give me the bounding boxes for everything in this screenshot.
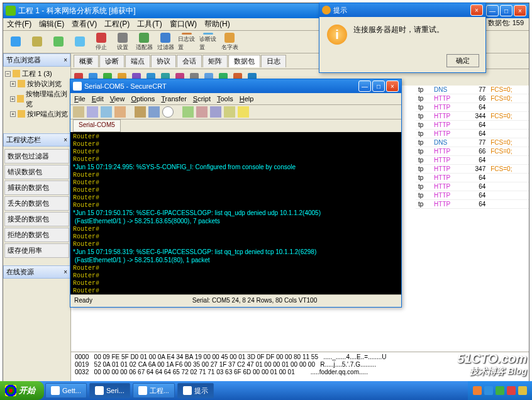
toolbar-button[interactable]: 设置 bbox=[114, 33, 131, 52]
help-icon[interactable] bbox=[238, 106, 249, 118]
menu-item[interactable]: 帮助(H) bbox=[204, 19, 230, 30]
toolbar-button[interactable] bbox=[7, 33, 25, 52]
tree-item[interactable]: +按协议浏览 bbox=[5, 79, 69, 89]
close-icon[interactable]: × bbox=[64, 57, 67, 64]
node-browser-header[interactable]: 节点浏览器 × bbox=[3, 53, 70, 67]
toolbar-button[interactable] bbox=[50, 33, 67, 52]
stat-item[interactable]: 拒绝的数据包 bbox=[4, 228, 69, 242]
minimize-button[interactable]: — bbox=[358, 81, 371, 92]
taskbar-item[interactable]: 提示 bbox=[177, 383, 214, 398]
stat-item[interactable]: 丢失的数据包 bbox=[4, 196, 69, 211]
menu-item[interactable]: 窗口(W) bbox=[170, 19, 197, 30]
tray-icon[interactable] bbox=[507, 386, 516, 395]
close-icon[interactable]: × bbox=[64, 269, 67, 275]
close-button[interactable]: × bbox=[386, 81, 399, 92]
toolbar-button[interactable]: 名字表 bbox=[221, 33, 238, 52]
table-row[interactable]: tpHTTP344FCS=0; bbox=[416, 112, 529, 121]
table-row[interactable]: tpHTTP64 bbox=[416, 130, 529, 138]
terminal[interactable]: Router# Router# Router# Router# *Jun 15 … bbox=[70, 132, 401, 294]
start-button[interactable]: 开始 bbox=[0, 381, 44, 400]
toolbar-icon[interactable] bbox=[87, 106, 98, 118]
maximize-button[interactable]: □ bbox=[500, 5, 513, 16]
crt-titlebar[interactable]: Serial-COM5 - SecureCRT — □ × bbox=[70, 79, 401, 93]
menu-item[interactable]: View bbox=[110, 95, 125, 103]
stat-item[interactable]: 接受的数据包 bbox=[4, 212, 69, 226]
tray-icon[interactable] bbox=[496, 386, 504, 395]
search-icon[interactable] bbox=[162, 106, 174, 118]
table-row[interactable]: tpHTTP64 bbox=[416, 191, 529, 200]
toolbar-icon[interactable] bbox=[224, 106, 235, 118]
tab[interactable]: 端点 bbox=[125, 55, 150, 67]
menu-item[interactable]: Script bbox=[193, 95, 211, 103]
toolbar-button[interactable]: 日志设置 bbox=[178, 33, 196, 52]
menu-item[interactable]: Help bbox=[240, 95, 254, 103]
table-row[interactable]: tpHTTP64 bbox=[416, 103, 529, 112]
online-header[interactable]: 在线资源 × bbox=[3, 265, 70, 279]
tab[interactable]: 数据包 bbox=[228, 55, 260, 67]
taskbar-item[interactable]: Seri... bbox=[89, 383, 130, 398]
toolbar-icon[interactable] bbox=[114, 106, 126, 118]
toolbar-icon[interactable] bbox=[73, 106, 84, 118]
node-tree[interactable]: −工程 1 (3)+按协议浏览+按物理端点浏览+按IP端点浏览 bbox=[3, 67, 70, 121]
close-button[interactable]: × bbox=[514, 5, 526, 16]
menu-item[interactable]: Tools bbox=[217, 95, 233, 103]
toolbar-button[interactable] bbox=[71, 33, 89, 52]
menu-item[interactable]: Transfer bbox=[161, 95, 187, 103]
crt-tab[interactable]: Serial-COM5 bbox=[73, 119, 121, 132]
dialog-prompt[interactable]: 提示 × i 连接服务器超时，请重试。 确定 bbox=[319, 3, 486, 73]
toolbar-icon[interactable] bbox=[210, 106, 221, 118]
tree-item[interactable]: +按IP端点浏览 bbox=[5, 109, 69, 119]
tree-item[interactable]: +按物理端点浏览 bbox=[5, 89, 69, 109]
table-row[interactable]: tpHTTP64 bbox=[416, 121, 529, 130]
tab[interactable]: 协议 bbox=[151, 55, 176, 67]
tray-icon[interactable] bbox=[484, 386, 493, 395]
table-row[interactable]: tpHTTP66FCS=0; bbox=[416, 147, 529, 156]
table-row[interactable]: tpHTTP66FCS=0; bbox=[416, 94, 529, 103]
toolbar-icon[interactable] bbox=[135, 106, 146, 118]
toolbar-button[interactable]: 停止 bbox=[92, 33, 110, 52]
menu-item[interactable]: 编辑(E) bbox=[39, 19, 64, 30]
menu-item[interactable]: Options bbox=[131, 95, 155, 103]
table-row[interactable]: tpDNS77FCS=0; bbox=[416, 138, 529, 147]
close-button[interactable]: × bbox=[470, 4, 483, 16]
tab[interactable]: 矩阵 bbox=[202, 55, 228, 67]
tree-item[interactable]: −工程 1 (3) bbox=[5, 69, 69, 79]
toolbar-icon[interactable] bbox=[182, 106, 194, 118]
taskbar-item[interactable]: Gett... bbox=[45, 383, 87, 398]
minimize-button[interactable]: — bbox=[486, 5, 499, 16]
menu-item[interactable]: 工具(T) bbox=[137, 19, 162, 30]
toolbar-button[interactable]: 适配器 bbox=[135, 33, 153, 52]
toolbar-icon[interactable] bbox=[101, 106, 112, 118]
dialog-titlebar[interactable]: 提示 × bbox=[319, 3, 485, 17]
table-row[interactable]: tpHTTP347FCS=0; bbox=[416, 165, 529, 174]
menu-item[interactable]: 文件(F) bbox=[7, 19, 31, 30]
stat-item[interactable]: 缓存使用率 bbox=[4, 243, 69, 258]
menu-item[interactable]: File bbox=[74, 95, 86, 103]
system-tray[interactable] bbox=[468, 381, 532, 400]
menu-item[interactable]: Edit bbox=[92, 95, 104, 103]
stat-item[interactable]: 错误数据包 bbox=[4, 165, 69, 179]
menu-item[interactable]: 工程(P) bbox=[104, 19, 130, 30]
tab[interactable]: 会话 bbox=[177, 55, 202, 67]
stat-item[interactable]: 数据包过滤器 bbox=[4, 149, 69, 164]
toolbar-icon[interactable] bbox=[148, 106, 160, 118]
toolbar-button[interactable]: 过滤器 bbox=[157, 33, 174, 52]
taskbar-item[interactable]: 工程... bbox=[133, 383, 175, 398]
tab[interactable]: 日志 bbox=[261, 55, 286, 67]
tray-icon[interactable] bbox=[473, 386, 482, 395]
toolbar-button[interactable]: 诊断设置 bbox=[199, 33, 217, 52]
table-row[interactable]: tpHTTP64 bbox=[416, 174, 529, 182]
tab[interactable]: 概要 bbox=[74, 55, 99, 67]
table-row[interactable]: tpHTTP64 bbox=[416, 182, 529, 191]
ok-button[interactable]: 确定 bbox=[446, 54, 479, 67]
close-icon[interactable]: × bbox=[64, 136, 67, 143]
maximize-button[interactable]: □ bbox=[372, 81, 385, 92]
tray-icon[interactable] bbox=[518, 386, 527, 395]
menu-item[interactable]: 查看(V) bbox=[72, 19, 97, 30]
table-row[interactable]: tpHTTP64 bbox=[416, 156, 529, 165]
securecrt-window[interactable]: Serial-COM5 - SecureCRT — □ × FileEditVi… bbox=[70, 79, 402, 308]
toolbar-icon[interactable] bbox=[196, 106, 208, 118]
table-row[interactable]: tpDNS77FCS=0; bbox=[416, 86, 529, 94]
table-row[interactable]: tpHTTP64 bbox=[416, 200, 529, 209]
stats-header[interactable]: 工程状态栏 × bbox=[3, 133, 70, 147]
